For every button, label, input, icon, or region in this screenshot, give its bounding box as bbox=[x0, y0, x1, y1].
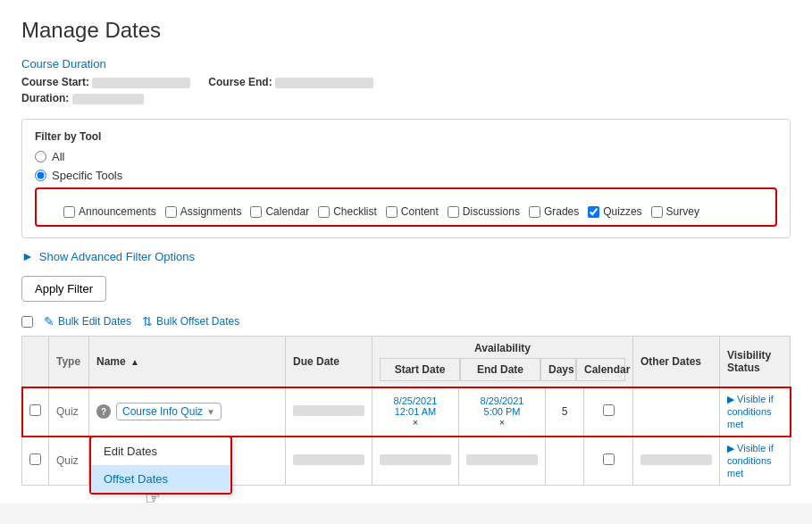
col-header-other-dates: Other Dates bbox=[633, 337, 720, 387]
row2-end-value bbox=[466, 454, 538, 465]
dropdown-arrow-icon-1: ▼ bbox=[206, 407, 215, 417]
row1-type: Quiz bbox=[49, 387, 89, 437]
tool-discussions-label: Discussions bbox=[463, 205, 520, 218]
tool-calendar-label: Calendar bbox=[265, 205, 309, 218]
row2-days bbox=[546, 437, 584, 486]
row1-start-x: × bbox=[380, 417, 451, 428]
row2-checkbox[interactable] bbox=[29, 453, 41, 465]
col-header-calendar: Calendar bbox=[576, 358, 625, 381]
radio-all-row: All bbox=[35, 150, 777, 163]
cursor-hand-icon: ☞ bbox=[145, 487, 161, 509]
apply-filter-button[interactable]: Apply Filter bbox=[21, 276, 106, 302]
tool-grades-checkbox[interactable] bbox=[529, 206, 540, 218]
availability-label: Availability bbox=[380, 342, 625, 354]
tools-checkbox-row: Announcements Assignments Calendar Check… bbox=[46, 200, 766, 220]
tool-discussions-checkbox[interactable] bbox=[448, 206, 459, 218]
tool-survey-checkbox[interactable] bbox=[651, 206, 663, 218]
radio-specific-row: Specific Tools bbox=[35, 169, 777, 182]
row1-end-x: × bbox=[466, 417, 538, 428]
tool-checklist: Checklist bbox=[318, 205, 377, 218]
row1-calendar-checkbox[interactable] bbox=[603, 404, 615, 416]
row1-name-dropdown-btn[interactable]: Course Info Quiz ▼ bbox=[116, 403, 222, 420]
row1-due-date bbox=[286, 387, 373, 437]
offset-dates-item[interactable]: Offset Dates bbox=[91, 465, 230, 493]
row1-name-content: ? Course Info Quiz ▼ bbox=[96, 403, 278, 420]
course-start-label: Course Start: bbox=[21, 76, 89, 88]
dates-table: Type Name ▲ Due Date Availability Start … bbox=[21, 336, 791, 486]
edit-dates-item[interactable]: Edit Dates bbox=[91, 437, 230, 465]
row2-start-date bbox=[373, 437, 459, 486]
row1-visibility-badge: ▶ Visible if conditions met bbox=[727, 394, 774, 429]
col-header-checkbox bbox=[22, 337, 49, 387]
sort-asc-icon: ▲ bbox=[130, 357, 139, 367]
tool-quizzes-checkbox[interactable] bbox=[588, 206, 599, 218]
col-header-start-date: Start Date bbox=[380, 358, 460, 381]
radio-all-label: All bbox=[52, 150, 64, 163]
tool-assignments-label: Assignments bbox=[180, 205, 242, 218]
row1-visibility: ▶ Visible if conditions met bbox=[720, 387, 791, 437]
row2-other-value bbox=[640, 454, 712, 465]
col-header-name: Name ▲ bbox=[89, 337, 286, 387]
bulk-edit-dates-label: Bulk Edit Dates bbox=[58, 315, 131, 328]
tool-content-label: Content bbox=[401, 205, 439, 218]
duration-value bbox=[72, 94, 144, 104]
row1-dropdown-menu: Edit Dates Offset Dates ☞ bbox=[89, 436, 232, 495]
row2-visibility: ▶ Visible if conditions met bbox=[720, 437, 791, 486]
row2-calendar-cell bbox=[584, 437, 633, 486]
advanced-filter-label: Show Advanced Filter Options bbox=[39, 250, 195, 263]
row2-start-value bbox=[380, 454, 451, 465]
tool-quizzes: Quizzes bbox=[588, 205, 641, 218]
col-header-end-date: End Date bbox=[460, 358, 540, 381]
course-end-label: Course End: bbox=[208, 76, 272, 88]
row1-checkbox[interactable] bbox=[29, 404, 41, 416]
tool-survey-label: Survey bbox=[666, 205, 699, 218]
filter-title: Filter by Tool bbox=[35, 130, 777, 143]
row1-start-date: 8/25/202112:01 AM × bbox=[373, 387, 459, 437]
specific-tools-border: Announcements Assignments Calendar Check… bbox=[35, 187, 777, 227]
row2-end-date bbox=[459, 437, 546, 486]
row1-days: 5 bbox=[546, 387, 584, 437]
edit-dates-icon: ✎ bbox=[44, 314, 54, 329]
row2-due-date bbox=[286, 437, 373, 486]
row1-name-cell: ? Course Info Quiz ▼ Edit Dates Offset D… bbox=[89, 387, 286, 437]
col-header-visibility: Visibility Status bbox=[720, 337, 791, 387]
row2-due-value bbox=[293, 454, 364, 465]
row2-visibility-badge: ▶ Visible if conditions met bbox=[727, 443, 774, 478]
row1-calendar-cell bbox=[584, 387, 633, 437]
tool-announcements: Announcements bbox=[63, 205, 156, 218]
tool-content: Content bbox=[386, 205, 439, 218]
col-header-availability: Availability Start Date End Date Days Ca… bbox=[373, 337, 633, 387]
radio-specific-label: Specific Tools bbox=[52, 169, 122, 182]
bulk-offset-dates-button[interactable]: ⇅ Bulk Offset Dates bbox=[142, 314, 239, 329]
tool-grades-label: Grades bbox=[544, 205, 579, 218]
tool-content-checkbox[interactable] bbox=[386, 206, 398, 218]
bulk-edit-dates-button[interactable]: ✎ Bulk Edit Dates bbox=[44, 314, 131, 329]
select-all-checkbox[interactable] bbox=[21, 316, 33, 328]
course-duration-label: Course Duration bbox=[21, 57, 791, 71]
offset-dates-icon: ⇅ bbox=[142, 314, 153, 329]
tool-announcements-checkbox[interactable] bbox=[63, 206, 75, 218]
tool-checklist-checkbox[interactable] bbox=[318, 206, 330, 218]
row1-other-dates bbox=[633, 387, 720, 437]
row1-end-date: 8/29/20215:00 PM × bbox=[459, 387, 546, 437]
course-meta-row1: Course Start: Course End: bbox=[21, 76, 791, 88]
duration-label: Duration: bbox=[21, 92, 69, 104]
tool-discussions: Discussions bbox=[448, 205, 520, 218]
row2-type: Quiz bbox=[49, 437, 89, 486]
page-title: Manage Dates bbox=[21, 18, 791, 43]
course-duration-section: Course Duration Course Start: Course End… bbox=[21, 57, 791, 104]
chevron-right-icon: ► bbox=[21, 249, 34, 263]
tool-calendar-checkbox[interactable] bbox=[250, 206, 262, 218]
radio-all[interactable] bbox=[35, 151, 46, 162]
row1-checkbox-cell bbox=[22, 387, 49, 437]
tool-assignments-checkbox[interactable] bbox=[165, 206, 177, 218]
course-start-value bbox=[92, 78, 190, 88]
tool-survey: Survey bbox=[651, 205, 699, 218]
table-row: Quiz ? Course Info Quiz ▼ Edit Dates Off… bbox=[22, 387, 791, 437]
filter-section: Filter by Tool All Specific Tools Announ… bbox=[21, 119, 791, 238]
bulk-offset-dates-label: Bulk Offset Dates bbox=[156, 315, 239, 328]
row2-other-dates bbox=[633, 437, 720, 486]
row2-calendar-checkbox[interactable] bbox=[603, 453, 615, 465]
advanced-filter-toggle[interactable]: ► Show Advanced Filter Options bbox=[21, 249, 791, 263]
radio-specific[interactable] bbox=[35, 170, 46, 181]
